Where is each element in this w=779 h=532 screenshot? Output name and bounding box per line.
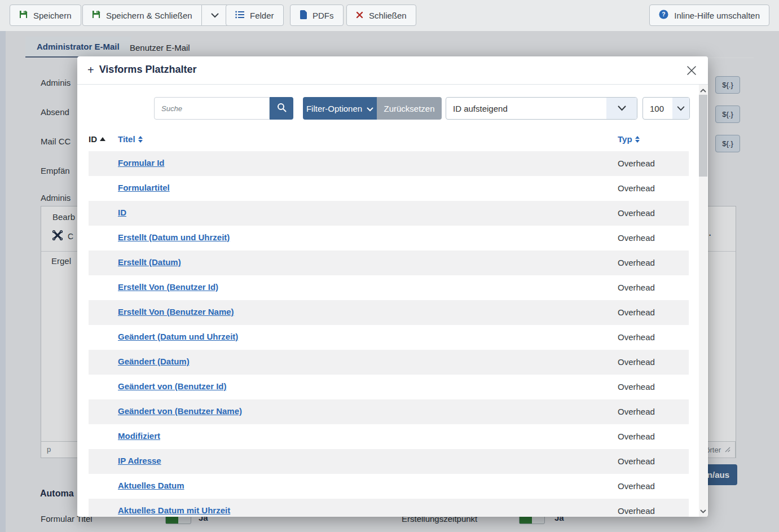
reset-button[interactable]: Zurücksetzen bbox=[377, 97, 442, 120]
cell-type: Overhead bbox=[618, 481, 655, 491]
column-header-typ-label: Typ bbox=[618, 134, 632, 144]
chevron-down-icon bbox=[211, 11, 219, 20]
placeholder-link[interactable]: Erstellt (Datum und Uhrzeit) bbox=[118, 232, 230, 242]
filter-options-button[interactable]: Filter-Optionen bbox=[303, 97, 377, 120]
modal-scrollbar[interactable] bbox=[699, 85, 707, 517]
modal-title-text: Visforms Platzhalter bbox=[99, 64, 197, 76]
cell-type: Overhead bbox=[618, 407, 655, 416]
save-and-close-label: Speichern & Schließen bbox=[106, 11, 192, 20]
scroll-down-icon[interactable] bbox=[699, 507, 707, 516]
table-row: ID Overhead bbox=[89, 201, 689, 226]
search-input[interactable] bbox=[154, 97, 270, 120]
scrollbar-thumb[interactable] bbox=[699, 95, 707, 177]
cell-type: Overhead bbox=[618, 258, 655, 267]
chevron-down-icon bbox=[367, 104, 373, 113]
close-button[interactable]: Schließen bbox=[346, 5, 416, 26]
save-options-dropdown-button[interactable] bbox=[202, 5, 229, 26]
table-row: Aktuelles Datum Overhead bbox=[89, 474, 689, 499]
list-icon bbox=[235, 11, 244, 20]
visforms-placeholder-modal: + Visforms Platzhalter Filter-Optionen Z… bbox=[77, 56, 708, 517]
cell-type: Overhead bbox=[618, 506, 655, 516]
placeholder-link[interactable]: IP Adresse bbox=[118, 456, 161, 465]
modal-header: + Visforms Platzhalter bbox=[77, 56, 708, 85]
cell-type: Overhead bbox=[618, 332, 655, 342]
table-row: Geändert von (Benutzer Name) Overhead bbox=[89, 399, 689, 424]
table-row: Geändert (Datum und Uhrzeit) Overhead bbox=[89, 325, 689, 350]
placeholder-link[interactable]: Erstellt Von (Benutzer Name) bbox=[118, 307, 234, 316]
fields-button[interactable]: Felder bbox=[226, 5, 284, 26]
plus-icon: + bbox=[87, 64, 94, 76]
table-row: IP Adresse Overhead bbox=[89, 449, 689, 474]
cell-type: Overhead bbox=[618, 159, 655, 168]
modal-title: + Visforms Platzhalter bbox=[87, 64, 196, 76]
sort-icon bbox=[138, 136, 143, 143]
chevron-down-icon bbox=[672, 98, 689, 119]
column-header-id[interactable]: ID bbox=[89, 134, 105, 144]
cell-type: Overhead bbox=[618, 208, 655, 218]
sort-order-value: ID aufsteigend bbox=[446, 104, 606, 113]
table-row: Aktuelles Datum mit Uhrzeit Overhead bbox=[89, 499, 689, 517]
table-row: Erstellt (Datum) Overhead bbox=[89, 250, 689, 275]
cell-type: Overhead bbox=[618, 183, 655, 193]
cell-type: Overhead bbox=[618, 233, 655, 243]
save-button-label: Speichern bbox=[33, 11, 72, 20]
search-button[interactable] bbox=[270, 97, 293, 120]
sort-order-select[interactable]: ID aufsteigend bbox=[446, 97, 637, 120]
inline-help-label: Inline-Hilfe umschalten bbox=[674, 11, 760, 20]
fields-button-label: Felder bbox=[250, 11, 274, 20]
placeholder-link[interactable]: Erstellt Von (Benutzer Id) bbox=[118, 282, 218, 292]
search-icon bbox=[277, 103, 287, 114]
table-row: Formular Id Overhead bbox=[89, 151, 689, 176]
cell-type: Overhead bbox=[618, 456, 655, 466]
save-icon bbox=[19, 10, 28, 20]
cell-type: Overhead bbox=[618, 307, 655, 317]
help-icon: ? bbox=[659, 10, 668, 21]
list-limit-select[interactable]: 100 bbox=[642, 97, 690, 120]
placeholder-link[interactable]: Geändert (Datum) bbox=[118, 357, 190, 366]
scroll-up-icon[interactable] bbox=[699, 86, 707, 95]
inline-help-toggle-button[interactable]: ? Inline-Hilfe umschalten bbox=[649, 5, 769, 26]
close-button-label: Schließen bbox=[369, 11, 407, 20]
file-icon bbox=[300, 10, 307, 21]
modal-close-button[interactable] bbox=[685, 65, 698, 77]
placeholder-link[interactable]: ID bbox=[118, 208, 126, 217]
table-row: Erstellt (Datum und Uhrzeit) Overhead bbox=[89, 226, 689, 250]
placeholder-link[interactable]: Aktuelles Datum mit Uhrzeit bbox=[118, 505, 230, 515]
cell-type: Overhead bbox=[618, 283, 655, 292]
table-row: Modifiziert Overhead bbox=[89, 424, 689, 449]
cell-type: Overhead bbox=[618, 382, 655, 392]
table-row: Formulartitel Overhead bbox=[89, 176, 689, 201]
svg-text:?: ? bbox=[662, 11, 666, 17]
column-header-typ[interactable]: Typ bbox=[618, 134, 640, 144]
placeholder-link[interactable]: Erstellt (Datum) bbox=[118, 257, 181, 267]
placeholder-link[interactable]: Modifiziert bbox=[118, 431, 160, 441]
column-header-id-label: ID bbox=[89, 134, 97, 144]
column-header-titel-label: Titel bbox=[118, 134, 135, 144]
admin-toolbar: Speichern Speichern & Schließen Felder P… bbox=[0, 0, 779, 31]
close-icon bbox=[356, 11, 363, 20]
sort-icon bbox=[635, 136, 640, 143]
placeholder-link[interactable]: Geändert von (Benutzer Name) bbox=[118, 406, 242, 416]
save-icon bbox=[92, 10, 100, 20]
placeholder-link[interactable]: Formulartitel bbox=[118, 183, 170, 192]
pdfs-button-label: PDFs bbox=[313, 11, 334, 20]
table-row: Geändert von (Benutzer Id) Overhead bbox=[89, 375, 689, 399]
close-icon bbox=[686, 69, 697, 78]
placeholder-link[interactable]: Geändert (Datum und Uhrzeit) bbox=[118, 332, 238, 341]
table-row: Geändert (Datum) Overhead bbox=[89, 350, 689, 375]
placeholder-table-header: ID Titel Typ bbox=[89, 130, 689, 151]
placeholder-link[interactable]: Formular Id bbox=[118, 158, 165, 168]
save-close-split-group: Speichern & Schließen bbox=[82, 5, 229, 26]
placeholder-link[interactable]: Geändert von (Benutzer Id) bbox=[118, 381, 227, 391]
placeholder-table-body: Formular Id Overhead Formulartitel Overh… bbox=[89, 151, 689, 517]
save-button[interactable]: Speichern bbox=[10, 5, 81, 26]
placeholder-link[interactable]: Aktuelles Datum bbox=[118, 481, 184, 490]
save-and-close-button[interactable]: Speichern & Schließen bbox=[82, 5, 202, 26]
column-header-titel[interactable]: Titel bbox=[118, 134, 143, 144]
table-row: Erstellt Von (Benutzer Id) Overhead bbox=[89, 275, 689, 300]
table-row: Erstellt Von (Benutzer Name) Overhead bbox=[89, 300, 689, 325]
pdfs-button[interactable]: PDFs bbox=[290, 5, 344, 26]
filter-options-label: Filter-Optionen bbox=[306, 104, 362, 113]
list-limit-value: 100 bbox=[643, 104, 672, 113]
sort-ascending-icon bbox=[100, 137, 105, 141]
